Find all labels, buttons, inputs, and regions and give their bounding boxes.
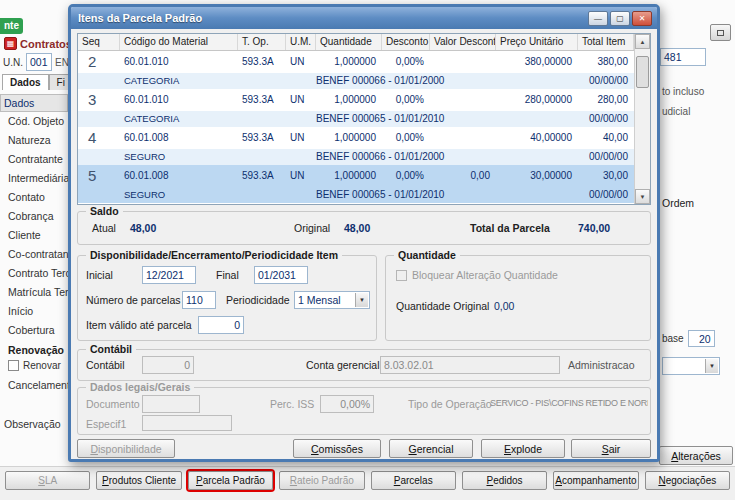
sidebar-item-inicio[interactable]: Início: [0, 302, 68, 321]
sla-button[interactable]: SLA: [5, 471, 90, 490]
conta-gerencial-label: Conta gerencial: [306, 359, 380, 371]
rateio-padrao-button[interactable]: Rateio Padrão: [279, 471, 364, 490]
item-valido-label: Item válido até parcela: [86, 319, 192, 331]
disponibilidade-group: Disponibilidade/Encerramento/Periodicida…: [77, 255, 377, 341]
documento-label: Documento: [86, 398, 140, 410]
sidebar-item-cancelamento[interactable]: Cancelamento: [8, 379, 68, 391]
sidebar-item-dados[interactable]: Dados: [0, 94, 68, 112]
numero-input[interactable]: 481: [660, 48, 706, 66]
renovar-checkbox[interactable]: [8, 360, 19, 371]
col-valor-desconto[interactable]: Valor Desconto: [430, 34, 496, 50]
renovacao-header: Renovação: [8, 344, 64, 356]
pedidos-button[interactable]: Pedidos: [462, 471, 547, 490]
parcela-padrao-button[interactable]: Parcela Padrão: [188, 471, 273, 490]
col-um[interactable]: U.M.: [286, 34, 316, 50]
module-tab[interactable]: nte: [0, 18, 23, 34]
conta-gerencial-desc: Administracao: [568, 359, 635, 371]
contabil-caption: Contábil: [86, 343, 136, 355]
parcela-padrao-dialog: Itens da Parcela Padrão — ▢ ✕ Seq Código…: [68, 4, 660, 462]
final-input[interactable]: 01/2031: [254, 266, 308, 284]
un-label: U.N.: [3, 57, 23, 68]
especif-label: Especif1: [86, 418, 126, 430]
produtos-cliente-button[interactable]: Produtos Cliente: [96, 471, 181, 490]
sidebar-item-cliente[interactable]: Cliente: [0, 226, 68, 245]
col-quantidade[interactable]: Quantidade: [316, 34, 382, 50]
dados-legais-caption: Dados legais/Gerais: [86, 381, 194, 393]
scroll-down-icon[interactable]: ▼: [635, 189, 650, 204]
col-codigo[interactable]: Código do Material: [120, 34, 238, 50]
close-icon[interactable]: ✕: [632, 11, 652, 26]
sidebar-item-cobranca[interactable]: Cobrança: [0, 207, 68, 226]
maximize-icon[interactable]: ▢: [610, 11, 630, 26]
dialog-titlebar[interactable]: Itens da Parcela Padrão — ▢ ✕: [71, 7, 657, 29]
sidebar-item-contrato-terceiro[interactable]: Contrato Terceiro: [0, 264, 68, 283]
table-row[interactable]: 3 60.01.010 593.3A UN 1,000000 0,00% 280…: [78, 89, 634, 127]
dropdown-icon[interactable]: ▼: [355, 293, 368, 307]
sidebar-item-contato[interactable]: Contato: [0, 188, 68, 207]
comissoes-button[interactable]: Comissões: [293, 439, 381, 458]
sair-button[interactable]: Sair: [571, 439, 651, 458]
inicial-label: Inicial: [86, 269, 113, 281]
quantidade-original-label: Quantidade Original: [396, 300, 489, 312]
total-parcela-value: 740,00: [578, 222, 610, 234]
alteracoes-button[interactable]: Alterações: [659, 446, 733, 465]
documento-input[interactable]: [142, 395, 200, 413]
parcelas-button[interactable]: Parcelas: [371, 471, 456, 490]
grid-scrollbar[interactable]: ▲ ▼: [634, 34, 650, 204]
base-input[interactable]: 20: [688, 330, 715, 347]
judicial-fragment: udicial: [662, 106, 690, 117]
conta-gerencial-input[interactable]: 8.03.02.01: [380, 356, 560, 374]
periodicidade-label: Periodicidade: [226, 294, 290, 306]
dropdown-icon[interactable]: ▼: [705, 359, 718, 373]
un-fragment: EN: [55, 57, 69, 68]
app-header: ▦ Contratos: [4, 37, 72, 50]
periodicidade-select[interactable]: 1 Mensal ▼: [294, 291, 370, 309]
explode-button[interactable]: Explode: [481, 439, 565, 458]
col-desconto[interactable]: Desconto: [382, 34, 430, 50]
inicial-input[interactable]: 12/2021: [142, 266, 196, 284]
sidebar-item-cod-objeto[interactable]: Cód. Objeto: [0, 112, 68, 131]
num-parcelas-input[interactable]: 110: [182, 291, 216, 309]
contabil-label: Contábil: [86, 359, 125, 371]
incluso-fragment: to incluso: [662, 86, 704, 97]
sidebar-item-intermediaria[interactable]: Intermediária: [0, 169, 68, 188]
renovar-row: Renovar: [8, 360, 68, 371]
tab-dados[interactable]: Dados: [2, 74, 49, 90]
scroll-up-icon[interactable]: ▲: [635, 34, 650, 49]
item-valido-input[interactable]: 0: [198, 316, 244, 334]
acompanhamento-button[interactable]: Acompanhamento: [553, 471, 638, 490]
quantidade-group: Quantidade Bloquear Alteração Quantidade…: [385, 255, 651, 341]
original-value: 48,00: [344, 222, 370, 234]
perc-iss-input[interactable]: 0,00%: [320, 395, 374, 413]
final-label: Final: [216, 269, 239, 281]
contabil-group: Contábil Contábil 0 Conta gerencial 8.03…: [77, 349, 651, 381]
sidebar-item-cobertura[interactable]: Cobertura: [0, 321, 68, 340]
grid-body: 2 60.01.010 593.3A UN 1,000000 0,00% 380…: [78, 51, 634, 204]
parent-window-button[interactable]: [710, 24, 731, 41]
sidebar-item-contratante[interactable]: Contratante: [0, 150, 68, 169]
minimize-icon[interactable]: —: [588, 11, 608, 26]
table-row[interactable]: 2 60.01.010 593.3A UN 1,000000 0,00% 380…: [78, 51, 634, 89]
disponibilidade-caption: Disponibilidade/Encerramento/Periodicida…: [86, 249, 342, 261]
col-total-item[interactable]: Total Item: [578, 34, 634, 50]
atual-label: Atual: [92, 222, 116, 234]
sidebar-item-co-contratante[interactable]: Co-contratante: [0, 245, 68, 264]
contratos-app-icon: ▦: [4, 37, 17, 50]
contabil-input[interactable]: 0: [142, 356, 194, 374]
table-row-selected[interactable]: 5 60.01.008 593.3A UN 1,000000 0,00% 0,0…: [78, 165, 634, 203]
col-seq[interactable]: Seq: [78, 34, 120, 50]
dialog-body: Seq Código do Material T. Op. U.M. Quant…: [71, 29, 657, 459]
table-row[interactable]: 4 60.01.008 593.3A UN 1,000000 0,00% 40,…: [78, 127, 634, 165]
col-preco-unitario[interactable]: Preço Unitário: [496, 34, 578, 50]
bloquear-checkbox[interactable]: [396, 270, 407, 281]
sidebar-item-matricula-terceiro[interactable]: Matrícula Terceiro: [0, 283, 68, 302]
right-combo[interactable]: ▼: [662, 357, 720, 375]
col-t-op[interactable]: T. Op.: [238, 34, 286, 50]
scroll-thumb[interactable]: [636, 56, 649, 88]
especif-input[interactable]: [142, 415, 232, 431]
disponibilidade-button[interactable]: Disponibilidade: [77, 439, 175, 458]
un-input[interactable]: 001: [26, 53, 52, 71]
negociacoes-button[interactable]: Negociações: [645, 471, 730, 490]
gerencial-button[interactable]: Gerencial: [389, 439, 473, 458]
sidebar-item-natureza[interactable]: Natureza: [0, 131, 68, 150]
